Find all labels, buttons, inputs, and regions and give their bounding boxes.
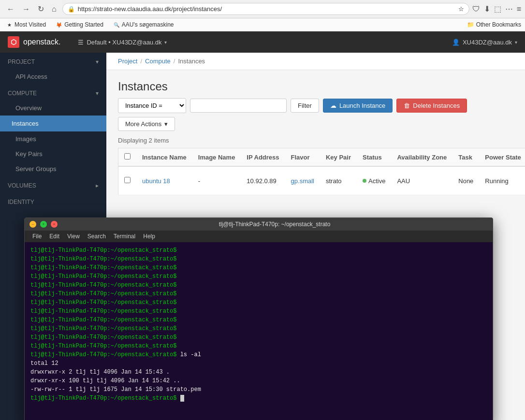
most-visited-icon: ★ xyxy=(6,21,13,28)
home-button[interactable]: ⌂ xyxy=(49,4,59,14)
table-row: ubuntu 18 - 10.92.0.89 gp.small strato xyxy=(118,166,525,195)
status-badge: Active xyxy=(363,177,385,185)
row-key-pair: strato xyxy=(320,166,357,195)
more-chevron-icon: ▾ xyxy=(164,120,168,128)
sidebar-section-compute: Compute ▾ Overview Instances Images Key … xyxy=(0,84,106,176)
row-task: None xyxy=(452,166,479,195)
instances-label: Instances xyxy=(12,120,39,127)
shield-icon: 🛡 xyxy=(472,5,480,14)
sidebar-compute-header[interactable]: Compute ▾ xyxy=(0,84,106,101)
volumes-chevron-icon: ▸ xyxy=(96,182,99,189)
os-header-user[interactable]: 👤 XU43DZ@aau.dk ▾ xyxy=(452,39,517,46)
col-task: Task xyxy=(452,148,479,167)
row-flavor: gp.small xyxy=(285,166,320,195)
col-ip-address: IP Address xyxy=(241,148,285,167)
os-header-project[interactable]: ☰ Default • XU43DZ@aau.dk ▾ xyxy=(78,39,167,46)
filter-toolbar: Instance ID = Instance Name = Status = F… xyxy=(118,98,513,131)
menu-icon: ≡ xyxy=(517,5,521,14)
sidebar-item-api-access[interactable]: API Access xyxy=(0,69,106,84)
terminal-line-7: tlj@tlj-ThinkPad-T470p:~/openstack_strat… xyxy=(30,298,487,307)
terminal-menu-help[interactable]: Help xyxy=(139,232,159,241)
sidebar-section-project: Project ▾ API Access xyxy=(0,53,106,84)
tabs-icon: ⬚ xyxy=(494,4,501,14)
terminal-line-2: tlj@tlj-ThinkPad-T470p:~/openstack_strat… xyxy=(30,255,487,263)
page-header: Instances xyxy=(106,70,525,98)
os-logo-text: openstack. xyxy=(23,38,60,46)
more-actions-button[interactable]: More Actions ▾ xyxy=(118,117,175,131)
terminal-menu-search[interactable]: Search xyxy=(84,232,110,241)
row-status: Active xyxy=(357,166,391,195)
terminal-final-line: tlj@tlj-ThinkPad-T470p:~/openstack_strat… xyxy=(30,394,487,403)
terminal-output-line1: drwxrwxr-x 2 tlj tlj 4096 Jan 14 15:43 . xyxy=(30,368,487,377)
terminal-menu-terminal[interactable]: Terminal xyxy=(110,232,139,241)
volumes-section-label: Volumes xyxy=(8,182,36,189)
server-groups-label: Server Groups xyxy=(15,165,57,173)
bookmark-most-visited[interactable]: ★ Most Visited xyxy=(4,20,48,29)
instance-name-link[interactable]: ubuntu 18 xyxy=(142,177,170,185)
sidebar-identity-header[interactable]: Identity xyxy=(0,193,106,209)
project-chevron: ▾ xyxy=(164,40,167,45)
launch-instance-button[interactable]: ☁ Launch Instance xyxy=(323,99,393,113)
terminal-maximize-button[interactable]: + xyxy=(40,221,47,228)
select-all-header xyxy=(118,148,137,167)
project-icon: ☰ xyxy=(78,39,84,46)
col-status: Status xyxy=(357,148,391,167)
reload-button[interactable]: ↻ xyxy=(35,3,47,14)
user-icon: 👤 xyxy=(452,39,460,46)
terminal-title: tlj@tlj-ThinkPad-T470p: ~/openstack_stra… xyxy=(61,221,488,228)
os-logo: ⬡ openstack. xyxy=(8,36,60,48)
breadcrumb-compute[interactable]: Compute xyxy=(145,58,171,65)
getting-started-label: Getting Started xyxy=(64,21,103,28)
address-bar[interactable]: 🔒 https://strato-new.claaudia.aau.dk/pro… xyxy=(62,3,469,15)
terminal-line-4: tlj@tlj-ThinkPad-T470p:~/openstack_strat… xyxy=(30,272,487,281)
back-button[interactable]: ← xyxy=(4,4,17,14)
terminal-minimize-button[interactable]: − xyxy=(29,221,36,228)
terminal-menu-file[interactable]: File xyxy=(29,232,45,241)
col-key-pair: Key Pair xyxy=(320,148,357,167)
os-logo-icon: ⬡ xyxy=(8,36,19,48)
sidebar-item-key-pairs[interactable]: Key Pairs xyxy=(0,146,106,161)
bookmark-getting-started[interactable]: 🦊 Getting Started xyxy=(54,20,105,29)
delete-instances-button[interactable]: 🗑 Delete Instances xyxy=(396,99,467,113)
terminal-menu-view[interactable]: View xyxy=(63,232,84,241)
sidebar-item-images[interactable]: Images xyxy=(0,131,106,146)
col-power-state: Power State xyxy=(479,148,525,167)
flavor-link[interactable]: gp.small xyxy=(291,177,314,185)
row-checkbox[interactable] xyxy=(124,177,131,183)
sidebar-volumes-header[interactable]: Volumes ▸ xyxy=(0,176,106,193)
page-title: Instances xyxy=(118,80,168,93)
other-bookmarks[interactable]: 📁 Other Bookmarks xyxy=(467,21,521,28)
terminal-cmd-line: tlj@tlj-ThinkPad-T470p:~/openstack_strat… xyxy=(30,350,487,359)
row-power-state: Running xyxy=(479,166,525,195)
getting-started-icon: 🦊 xyxy=(56,21,62,28)
breadcrumb-project[interactable]: Project xyxy=(118,58,137,65)
row-az: AAU xyxy=(391,166,452,195)
trash-icon: 🗑 xyxy=(404,102,410,109)
terminal-line-5: tlj@tlj-ThinkPad-T470p:~/openstack_strat… xyxy=(30,281,487,290)
sidebar-item-overview[interactable]: Overview xyxy=(0,101,106,116)
forward-button[interactable]: → xyxy=(19,4,33,14)
table-header: Instance Name Image Name IP Address Flav… xyxy=(118,148,525,167)
compute-chevron-icon: ▾ xyxy=(96,90,99,97)
filter-by-select[interactable]: Instance ID = Instance Name = Status = xyxy=(118,99,186,113)
terminal-menubar: File Edit View Search Terminal Help xyxy=(25,231,493,242)
terminal-body[interactable]: tlj@tlj-ThinkPad-T470p:~/openstack_strat… xyxy=(25,242,493,420)
os-header-center: ☰ Default • XU43DZ@aau.dk ▾ 👤 XU43DZ@aau… xyxy=(78,39,517,46)
sidebar-item-server-groups[interactable]: Server Groups xyxy=(0,161,106,176)
bookmark-aau[interactable]: 🔍 AAU's søgemaskine xyxy=(111,20,176,29)
page-content: Instance ID = Instance Name = Status = F… xyxy=(106,98,525,205)
filter-select-wrapper[interactable]: Instance ID = Instance Name = Status = xyxy=(118,98,186,113)
sidebar-project-header[interactable]: Project ▾ xyxy=(0,53,106,69)
terminal-menu-edit[interactable]: Edit xyxy=(45,232,63,241)
filter-input[interactable] xyxy=(190,99,287,113)
user-label: XU43DZ@aau.dk xyxy=(463,39,512,46)
filter-button[interactable]: Filter xyxy=(291,99,319,113)
instances-table: Instance Name Image Name IP Address Flav… xyxy=(118,148,525,195)
download-icon: ⬇ xyxy=(484,4,490,14)
row-checkbox-cell xyxy=(118,166,137,195)
terminal-close-button[interactable]: × xyxy=(51,221,58,228)
select-all-checkbox[interactable] xyxy=(124,153,131,159)
sidebar-item-instances[interactable]: Instances xyxy=(0,116,106,131)
row-instance-name: ubuntu 18 xyxy=(136,166,192,195)
project-chevron-icon: ▾ xyxy=(96,58,99,65)
